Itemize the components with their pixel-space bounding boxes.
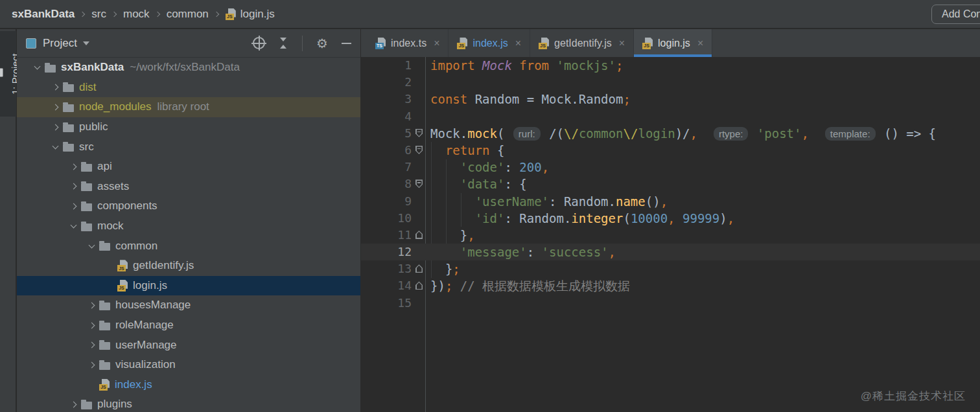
js-file-icon: JS [226, 8, 236, 20]
tree-item-label: components [97, 200, 158, 212]
tab-close-icon[interactable]: × [619, 38, 625, 49]
tree-item-userManage[interactable]: userManage [17, 335, 360, 355]
tab-close-icon[interactable]: × [434, 38, 439, 49]
watermark: @稀土掘金技术社区 [861, 389, 966, 404]
tree-chevron-icon[interactable] [88, 322, 95, 328]
tree-item-common[interactable]: common [17, 236, 360, 256]
fold-marker-icon[interactable] [415, 281, 423, 290]
settings-gear-icon[interactable]: ⚙ [316, 37, 328, 50]
hide-panel-icon[interactable] [342, 43, 351, 44]
tab-index.js[interactable]: JSindex.js× [449, 29, 530, 57]
tab-close-icon[interactable]: × [697, 38, 703, 49]
folder-icon [81, 183, 92, 191]
tree-item-components[interactable]: components [17, 196, 360, 216]
code-text: 'data': { [426, 176, 527, 192]
code-line-2: 2 [361, 74, 980, 91]
code-editor[interactable]: 1import Mock from 'mockjs';23const Rando… [361, 57, 980, 412]
tree-item-label: getIdentify.js [133, 259, 194, 272]
tree-item-label: src [79, 141, 94, 154]
fold-marker-icon[interactable] [415, 146, 423, 154]
locate-file-icon[interactable] [253, 37, 265, 49]
line-number: 8 [404, 176, 412, 192]
panel-title[interactable]: Project [43, 37, 77, 50]
tree-chevron-icon[interactable] [34, 63, 40, 70]
tree-chevron-icon[interactable] [70, 163, 76, 170]
project-tool-window-button[interactable]: 1: Project [0, 31, 16, 117]
fold-marker-icon[interactable] [415, 129, 423, 137]
tree-chevron-icon[interactable] [70, 183, 76, 190]
tree-item-public[interactable]: public [17, 117, 360, 137]
folder-icon [0, 69, 3, 77]
code-line-4: 4 [361, 108, 980, 125]
intention-bulb-icon[interactable] [436, 245, 446, 258]
ts-file-icon: TS [375, 38, 386, 49]
folder-icon [81, 203, 92, 211]
tree-item-api[interactable]: api [17, 157, 360, 177]
code-line-6: 6 return { [361, 142, 980, 159]
line-number: 10 [397, 210, 412, 227]
gutter: 11 [361, 227, 426, 244]
chevron-down-icon[interactable] [83, 41, 89, 49]
js-file-icon: JS [539, 38, 549, 49]
tree-item-sxBankData[interactable]: sxBankData~/work/fxt/sxBankData [17, 58, 360, 78]
gutter: 13 [361, 260, 426, 277]
ide-window: sxBankDatasrcmockcommonJSlogin.js Add Co… [0, 0, 980, 412]
collapse-all-icon[interactable] [279, 38, 288, 49]
tree-chevron-icon[interactable] [70, 401, 76, 407]
tree-item-src[interactable]: src [17, 137, 360, 157]
tree-item-label: public [79, 120, 108, 133]
parameter-hint: template: [825, 127, 876, 141]
tree-item-index.js[interactable]: JSindex.js [17, 375, 360, 395]
tree-item-getIdentify.js[interactable]: JSgetIdentify.js [17, 256, 360, 276]
tree-chevron-icon[interactable] [88, 242, 95, 248]
tree-item-mock[interactable]: mock [17, 216, 360, 236]
tab-close-icon[interactable]: × [515, 38, 521, 49]
breadcrumb-item-sxBankData[interactable]: sxBankData [12, 8, 75, 21]
code-line-11: 11 }, [361, 227, 980, 244]
line-number: 5 [404, 125, 412, 142]
tree-chevron-icon[interactable] [52, 104, 58, 111]
add-configuration-button[interactable]: Add Con [931, 5, 980, 24]
gutter: 5 [361, 125, 426, 142]
breadcrumb-item-common[interactable]: common [167, 8, 209, 21]
project-panel-header: Project ⚙ [17, 29, 360, 58]
tree-item-dist[interactable]: dist [17, 78, 360, 98]
code-line-7: 7 'code': 200, [361, 159, 980, 176]
tree-item-node_modules[interactable]: node_moduleslibrary root [17, 97, 360, 117]
gutter: 14 [361, 277, 426, 294]
line-number: 11 [397, 227, 412, 244]
folder-icon [99, 323, 110, 330]
folder-icon [81, 402, 92, 409]
tree-chevron-icon[interactable] [52, 124, 58, 130]
editor-area: TSindex.ts×JSindex.js×JSgetIdentify.js×J… [361, 29, 980, 412]
tree-chevron-icon[interactable] [70, 203, 76, 210]
tree-item-extra: ~/work/fxt/sxBankData [130, 61, 240, 74]
tree-chevron-icon[interactable] [70, 222, 76, 229]
gutter: 3 [361, 91, 426, 108]
tab-getIdentify.js[interactable]: JSgetIdentify.js× [530, 29, 634, 57]
tree-chevron-icon[interactable] [52, 84, 58, 91]
folder-icon [63, 124, 74, 132]
tab-login.js[interactable]: JSlogin.js× [634, 29, 712, 57]
tree-item-housesManage[interactable]: housesManage [17, 295, 360, 315]
breadcrumb-separator-icon [80, 11, 85, 16]
fold-marker-icon[interactable] [415, 264, 423, 273]
tree-item-assets[interactable]: assets [17, 177, 360, 197]
tree-chevron-icon[interactable] [88, 342, 95, 349]
tree-item-login.js[interactable]: JSlogin.js [17, 276, 360, 296]
fold-marker-icon[interactable] [415, 231, 423, 239]
tree-item-plugins[interactable]: plugins [17, 395, 360, 412]
breadcrumb-item-mock[interactable]: mock [123, 8, 150, 21]
tree-chevron-icon[interactable] [88, 302, 95, 308]
breadcrumb-item-src[interactable]: src [91, 8, 106, 21]
breadcrumb-item-login.js[interactable]: JSlogin.js [226, 8, 275, 21]
code-line-13: 13 }; [361, 260, 980, 277]
tree-item-label: mock [97, 220, 124, 233]
fold-marker-icon[interactable] [415, 179, 423, 188]
tree-item-visualization[interactable]: visualization [17, 355, 360, 375]
js-file-icon: JS [642, 38, 653, 49]
tree-item-roleManage[interactable]: roleManage [17, 315, 360, 336]
tree-chevron-icon[interactable] [88, 361, 95, 368]
tree-chevron-icon[interactable] [52, 143, 58, 149]
tab-index.ts[interactable]: TSindex.ts× [367, 29, 449, 57]
